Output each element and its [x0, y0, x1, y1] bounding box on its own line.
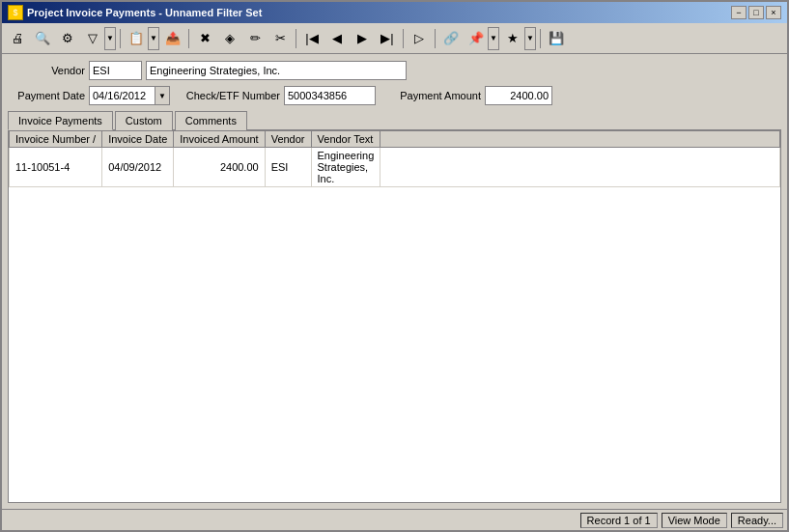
payment-amount-input[interactable] — [485, 86, 552, 105]
separator-3 — [296, 29, 296, 48]
main-window: $ Project Invoice Payments - Unnamed Fil… — [0, 0, 789, 532]
toolbar: 🖨 🔍 ⚙ ▽ ▼ 📋 ▼ 📤 ✖ ◈ ✏ ✂ |◀ ◀ ▶ ▶| ▷ 🔗 📌 … — [2, 23, 787, 54]
link-icon[interactable]: 🔗 — [439, 27, 463, 50]
status-bar: Record 1 of 1 View Mode Ready... — [2, 509, 787, 530]
edit-icon[interactable]: ✏ — [243, 27, 267, 50]
copy-icon[interactable]: 📋 — [125, 27, 148, 50]
col-header-invoiced-amount[interactable]: Invoiced Amount — [174, 131, 265, 148]
nav-next-icon[interactable]: ▶ — [351, 27, 374, 50]
payment-amount-label: Payment Amount — [380, 90, 481, 101]
cell-invoice-number: 11-10051-4 — [10, 148, 102, 187]
tab-bar: Invoice Payments Custom Comments — [8, 110, 781, 130]
delete-icon[interactable]: ✖ — [193, 27, 216, 50]
tab-comments[interactable]: Comments — [175, 111, 247, 130]
title-bar: $ Project Invoice Payments - Unnamed Fil… — [2, 2, 787, 23]
cell-invoiced-amount: 2400.00 — [174, 148, 265, 187]
tab-content-area: Invoice Number / Invoice Date Invoiced A… — [8, 130, 781, 503]
cell-vendor: ESI — [265, 148, 311, 187]
filter-icon[interactable]: ▽ — [81, 27, 104, 50]
nav-last-icon[interactable]: ▶| — [376, 27, 399, 50]
copy-dropdown[interactable]: 📋 ▼ — [125, 27, 159, 50]
star-dropdown[interactable]: ★ ▼ — [501, 27, 536, 50]
tab-custom[interactable]: Custom — [115, 111, 173, 130]
vendor-name-input[interactable] — [146, 61, 407, 80]
layers-icon[interactable]: ◈ — [218, 27, 241, 50]
separator-5 — [435, 29, 436, 48]
nav-prev-icon[interactable]: ◀ — [325, 27, 349, 50]
date-dropdown-button[interactable]: ▼ — [155, 86, 170, 105]
table-row[interactable]: 11-10051-4 04/09/2012 2400.00 ESI Engine… — [10, 148, 780, 187]
record-info: Record 1 of 1 — [580, 513, 658, 528]
window-title: Project Invoice Payments - Unnamed Filte… — [27, 7, 262, 18]
separator-4 — [403, 29, 404, 48]
maximize-button[interactable]: □ — [748, 6, 764, 19]
view-mode: View Mode — [662, 513, 727, 528]
cell-vendor-text: Engineering Strategies, Inc. — [311, 148, 380, 187]
payment-date-input[interactable] — [89, 86, 155, 105]
paste-icon[interactable]: 📌 — [465, 27, 488, 50]
separator-6 — [540, 29, 541, 48]
save-icon[interactable]: 💾 — [545, 27, 568, 50]
paste-dropdown-arrow[interactable]: ▼ — [488, 27, 499, 50]
tab-invoice-payments[interactable]: Invoice Payments — [8, 111, 113, 130]
minimize-button[interactable]: − — [731, 6, 747, 19]
separator-2 — [188, 29, 189, 48]
vendor-row: Vendor — [8, 60, 781, 81]
ready-status: Ready... — [731, 513, 783, 528]
title-bar-left: $ Project Invoice Payments - Unnamed Fil… — [8, 5, 262, 20]
star-icon[interactable]: ★ — [501, 27, 524, 50]
cell-invoice-date: 04/09/2012 — [102, 148, 174, 187]
vendor-code-input[interactable] — [89, 61, 142, 80]
invoice-table: Invoice Number / Invoice Date Invoiced A… — [9, 130, 780, 187]
settings-icon[interactable]: ⚙ — [56, 27, 79, 50]
filter-dropdown-arrow[interactable]: ▼ — [104, 27, 116, 50]
col-header-extra — [380, 131, 780, 148]
col-header-vendor-text[interactable]: Vendor Text — [311, 131, 380, 148]
copy-dropdown-arrow[interactable]: ▼ — [148, 27, 159, 50]
content-area: Vendor Payment Date ▼ Check/ETF Number P… — [2, 54, 787, 509]
check-etf-label: Check/ETF Number — [174, 90, 280, 101]
star-dropdown-arrow[interactable]: ▼ — [524, 27, 536, 50]
payment-date-label: Payment Date — [8, 90, 85, 101]
check-etf-input[interactable] — [284, 86, 376, 105]
title-buttons: − □ × — [731, 6, 781, 19]
col-header-invoice-date[interactable]: Invoice Date — [102, 131, 174, 148]
tabs-container: Invoice Payments Custom Comments Invoice… — [8, 110, 781, 503]
payment-date-wrapper: ▼ — [89, 86, 170, 105]
app-icon: $ — [8, 5, 23, 20]
print-icon[interactable]: 🖨 — [6, 27, 29, 50]
col-header-vendor[interactable]: Vendor — [265, 131, 311, 148]
nav-forward-icon[interactable]: ▷ — [408, 27, 431, 50]
cell-extra — [380, 148, 780, 187]
vendor-label: Vendor — [8, 65, 85, 76]
separator-1 — [120, 29, 121, 48]
cut-icon[interactable]: ✂ — [268, 27, 292, 50]
col-header-invoice-number[interactable]: Invoice Number / — [10, 131, 102, 148]
export-icon[interactable]: 📤 — [161, 27, 184, 50]
paste-dropdown[interactable]: 📌 ▼ — [465, 27, 499, 50]
nav-first-icon[interactable]: |◀ — [300, 27, 324, 50]
filter-dropdown[interactable]: ▽ ▼ — [81, 27, 116, 50]
preview-icon[interactable]: 🔍 — [31, 27, 54, 50]
close-button[interactable]: × — [766, 6, 781, 19]
payment-row: Payment Date ▼ Check/ETF Number Payment … — [8, 85, 781, 106]
